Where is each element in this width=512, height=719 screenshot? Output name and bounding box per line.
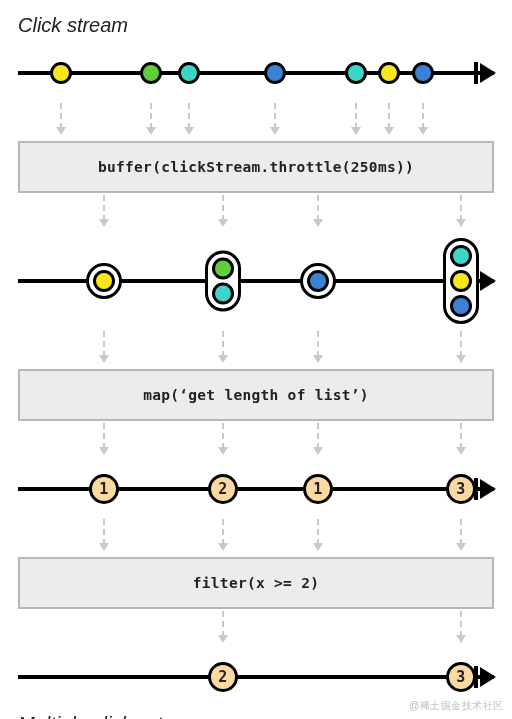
operator-filter: filter(x >= 2) [18,557,494,609]
flow-arrow-icon [218,611,228,647]
marble-blue [450,295,472,317]
flow-arrow-icon [456,611,466,647]
flow-arrow-icon [218,519,228,555]
arrowhead-icon [480,479,496,499]
value-marble: 1 [303,474,333,504]
flow-row [18,329,494,369]
flow-arrow-icon [56,103,66,139]
mapped-stream: 1213 [18,461,494,517]
flow-arrow-icon [218,195,228,231]
value-marble: 2 [208,662,238,692]
flow-arrow-icon [184,103,194,139]
flow-arrow-icon [456,195,466,231]
watermark: @稀土掘金技术社区 [409,699,504,713]
flow-arrow-icon [418,103,428,139]
title-top: Click stream [18,14,494,37]
marble-blue [412,62,434,84]
marble-teal [345,62,367,84]
marble-teal [450,245,472,267]
flow-row [18,101,494,141]
value-marble: 3 [446,474,476,504]
flow-arrow-icon [218,331,228,367]
title-bottom: Multiple clicks stream [18,713,494,719]
marble-teal [178,62,200,84]
flow-arrow-icon [384,103,394,139]
flow-arrow-icon [313,519,323,555]
marble-yellow [93,270,115,292]
flow-arrow-icon [313,423,323,459]
input-stream [18,45,494,101]
flow-arrow-icon [456,331,466,367]
marble-blue [307,270,329,292]
flow-arrow-icon [146,103,156,139]
flow-arrow-icon [99,331,109,367]
flow-arrow-icon [99,195,109,231]
flow-arrow-icon [313,331,323,367]
operator-map: map(‘get length of list’) [18,369,494,421]
flow-row [18,193,494,233]
flow-arrow-icon [313,195,323,231]
flow-row [18,517,494,557]
marble-blue [264,62,286,84]
flow-row [18,421,494,461]
marble-green [212,258,234,280]
filtered-stream: 23 [18,649,494,705]
value-marble: 3 [446,662,476,692]
arrowhead-icon [480,667,496,687]
timeline-end-tick [474,62,478,84]
flow-arrow-icon [99,519,109,555]
flow-row [18,609,494,649]
flow-arrow-icon [218,423,228,459]
buffer-group [443,238,479,324]
marble-yellow [50,62,72,84]
marble-teal [212,283,234,305]
marble-yellow [450,270,472,292]
buffer-group [205,251,241,312]
flow-arrow-icon [99,423,109,459]
value-marble: 2 [208,474,238,504]
operator-buffer: buffer(clickStream.throttle(250ms)) [18,141,494,193]
buffered-stream [18,233,494,329]
arrowhead-icon [480,63,496,83]
marble-yellow [378,62,400,84]
timeline [18,675,494,679]
flow-arrow-icon [270,103,280,139]
arrowhead-icon [480,271,496,291]
flow-arrow-icon [456,519,466,555]
flow-arrow-icon [351,103,361,139]
flow-arrow-icon [456,423,466,459]
marble-green [140,62,162,84]
value-marble: 1 [89,474,119,504]
buffer-group [300,263,336,299]
buffer-group [86,263,122,299]
